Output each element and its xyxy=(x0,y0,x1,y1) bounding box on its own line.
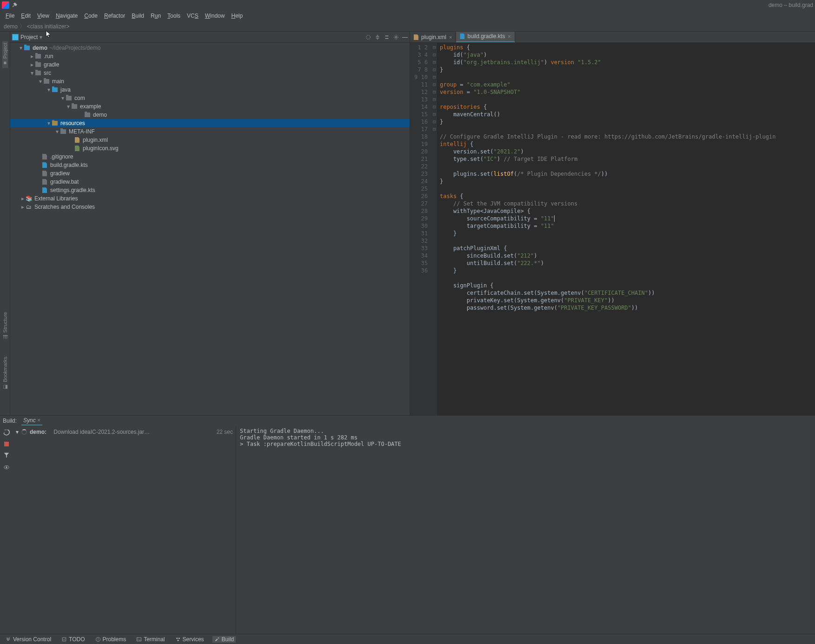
svg-point-8 xyxy=(177,639,179,641)
tree-com[interactable]: ▾com xyxy=(10,94,410,102)
menu-window[interactable]: Window xyxy=(202,12,228,20)
code-content[interactable]: plugins { id("java") id("org.jetbrains.i… xyxy=(437,43,815,415)
tree-settings[interactable]: settings.gradle.kts xyxy=(10,186,410,194)
tree-gitignore[interactable]: .gitignore xyxy=(10,153,410,161)
project-tree[interactable]: ▾demo~/IdeaProjects/demo ▸.run ▸gradle ▾… xyxy=(10,43,410,415)
tree-metainf[interactable]: ▾META-INF xyxy=(10,127,410,136)
build-output[interactable]: Starting Gradle Daemon... Gradle Daemon … xyxy=(236,426,815,634)
chevron-right-icon: 〉 xyxy=(20,22,25,30)
menu-help[interactable]: Help xyxy=(228,12,245,20)
tree-resources[interactable]: ▾resources xyxy=(10,119,410,127)
tree-gradlewbat[interactable]: gradlew.bat xyxy=(10,178,410,186)
tree-pluginxml[interactable]: plugin.xml xyxy=(10,136,410,144)
status-services[interactable]: Services xyxy=(173,636,206,643)
project-sidebar: Project ▾ — ▾demo~/IdeaProjects/demo ▸.r… xyxy=(10,32,410,415)
statusbar[interactable]: Version Control TODO Problems Terminal S… xyxy=(0,634,815,644)
menu-refactor[interactable]: Refactor xyxy=(101,12,128,20)
toolwindow-project[interactable]: ■Project xyxy=(2,41,8,68)
dropdown-icon[interactable]: ▾ xyxy=(40,34,42,40)
tree-example[interactable]: ▾example xyxy=(10,102,410,111)
tree-buildgradle[interactable]: build.gradle.kts xyxy=(10,161,410,169)
tree-pluginicon[interactable]: pluginIcon.svg xyxy=(10,144,410,153)
svg-point-7 xyxy=(178,637,179,639)
build-tabs[interactable]: Build: Sync × xyxy=(0,416,815,426)
gear-icon[interactable] xyxy=(393,34,399,40)
tab-pluginxml[interactable]: plugin.xml× xyxy=(410,32,456,42)
tree-java[interactable]: ▾java xyxy=(10,86,410,94)
status-terminal[interactable]: Terminal xyxy=(134,636,166,643)
close-icon[interactable]: × xyxy=(449,34,452,40)
menubar[interactable]: File Edit View Navigate Code Refactor Bu… xyxy=(0,10,815,21)
editor[interactable]: 1 2 3 4 5 6 7 8 9 10 11 12 13 14 15 16 1… xyxy=(410,43,815,415)
tree-scratches[interactable]: ▸🗂Scratches and Consoles xyxy=(10,203,410,211)
build-toolbar[interactable] xyxy=(0,426,13,634)
toolwindow-bookmarks[interactable]: ◧Bookmarks xyxy=(2,355,8,392)
titlebar: demo – build.grad xyxy=(0,0,815,10)
svg-point-1 xyxy=(395,36,397,38)
collapse-all-icon[interactable] xyxy=(384,34,390,40)
tree-demo[interactable]: demo xyxy=(10,111,410,119)
breadcrumb-item[interactable]: <class initializer> xyxy=(27,23,69,30)
menu-file[interactable]: File xyxy=(3,12,17,20)
rerun-icon[interactable] xyxy=(3,430,10,436)
sidebar-title[interactable]: Project xyxy=(20,34,38,40)
menu-code[interactable]: Code xyxy=(81,12,100,20)
menu-run[interactable]: Run xyxy=(148,12,164,20)
build-tab-sync[interactable]: Sync × xyxy=(21,416,42,425)
toggle-view-icon[interactable] xyxy=(3,464,10,471)
line-gutter: 1 2 3 4 5 6 7 8 9 10 11 12 13 14 15 16 1… xyxy=(410,43,431,415)
tree-gradle[interactable]: ▸gradle xyxy=(10,60,410,69)
editor-area: plugin.xml× build.gradle.kts× 1 2 3 4 5 … xyxy=(410,32,815,415)
tree-gradlew[interactable]: gradlew xyxy=(10,169,410,178)
close-icon[interactable]: × xyxy=(508,33,510,39)
build-label: Build: xyxy=(3,418,17,424)
status-build[interactable]: Build xyxy=(212,636,236,643)
tree-root[interactable]: ▾demo~/IdeaProjects/demo xyxy=(10,44,410,52)
menu-vcs[interactable]: VCS xyxy=(184,12,201,20)
tree-run[interactable]: ▸.run xyxy=(10,52,410,60)
left-tool-stripe[interactable]: ■Project ⇶Structure ◧Bookmarks xyxy=(0,32,10,415)
select-opened-icon[interactable] xyxy=(365,34,371,40)
spinner-icon xyxy=(21,429,27,435)
build-task-row[interactable]: ▾demo: Download ideaIC-2021.2-sources.ja… xyxy=(16,428,233,436)
hide-icon[interactable]: — xyxy=(402,34,408,40)
project-view-icon xyxy=(12,34,19,40)
svg-point-3 xyxy=(6,466,7,468)
menu-edit[interactable]: Edit xyxy=(18,12,33,20)
tree-main[interactable]: ▾main xyxy=(10,77,410,86)
menu-build[interactable]: Build xyxy=(129,12,147,20)
status-problems[interactable]: Problems xyxy=(93,636,128,643)
menu-navigate[interactable]: Navigate xyxy=(53,12,80,20)
build-tree[interactable]: ▾demo: Download ideaIC-2021.2-sources.ja… xyxy=(13,426,236,634)
menu-view[interactable]: View xyxy=(34,12,52,20)
build-panel: Build: Sync × ▾demo: Download ideaIC-202… xyxy=(0,415,815,634)
tree-external[interactable]: ▸📚External Libraries xyxy=(10,194,410,203)
tree-src[interactable]: ▾src xyxy=(10,69,410,77)
breadcrumb[interactable]: demo 〉 <class initializer> xyxy=(0,21,815,32)
menu-tools[interactable]: Tools xyxy=(165,12,183,20)
breadcrumb-root[interactable]: demo xyxy=(4,23,18,30)
filter-icon[interactable] xyxy=(3,452,10,458)
toolwindow-structure[interactable]: ⇶Structure xyxy=(2,310,8,341)
window-title: demo – build.grad xyxy=(769,2,813,8)
editor-tabs[interactable]: plugin.xml× build.gradle.kts× xyxy=(410,32,815,43)
svg-point-0 xyxy=(366,35,371,39)
fold-gutter[interactable]: ⊟ ⊡ ⊟ ⊡ ⊟ ⊡ ⊟ ⊟ ⊡ ⊟ ⊡ ⊟ xyxy=(431,43,437,415)
expand-all-icon[interactable] xyxy=(374,34,381,40)
svg-rect-5 xyxy=(137,637,141,641)
app-logo-icon xyxy=(2,1,9,9)
stop-icon[interactable] xyxy=(4,442,9,446)
sidebar-header: Project ▾ — xyxy=(10,32,410,43)
pin-icon[interactable] xyxy=(11,2,18,8)
status-todo[interactable]: TODO xyxy=(60,636,86,643)
tab-buildgradle[interactable]: build.gradle.kts× xyxy=(456,32,515,42)
status-vcs[interactable]: Version Control xyxy=(4,636,53,643)
svg-point-6 xyxy=(176,637,178,639)
